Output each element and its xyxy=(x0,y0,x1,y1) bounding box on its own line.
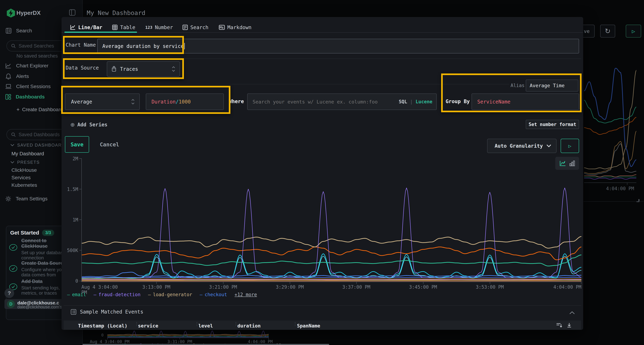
sidebar-item-services[interactable]: Services xyxy=(12,175,30,181)
get-started-item[interactable]: Add Data Start sending logs, metrics, or… xyxy=(9,279,67,296)
save-button[interactable]: Save xyxy=(65,136,89,153)
saved-dashboards-section-header[interactable]: SAVED DASHBOARDS xyxy=(10,143,68,148)
mini-chart-axis xyxy=(107,338,269,338)
highlight-series-expression xyxy=(61,86,230,114)
markdown-icon xyxy=(219,25,225,30)
get-started-title: Get Started xyxy=(10,230,39,236)
dashboards-icon xyxy=(5,94,11,100)
refresh-button[interactable]: ↻ xyxy=(600,25,615,37)
plus-circle-icon: ⊕ xyxy=(70,122,75,128)
help-button[interactable]: ? xyxy=(4,288,14,298)
tab-markdown[interactable]: Markdown xyxy=(219,23,252,31)
tab-track xyxy=(62,32,583,33)
language-toggle[interactable]: SQL | Lucene xyxy=(399,99,432,104)
check-circle-icon xyxy=(9,243,17,252)
run-query-button-top[interactable]: ▷ xyxy=(626,25,641,37)
add-series-button[interactable]: ⊕ Add Series xyxy=(70,122,108,128)
legend-item-email[interactable]: — email xyxy=(67,292,86,297)
laptop-icon xyxy=(5,84,12,89)
background-chart-tick-label: 4:04:00 PM xyxy=(606,186,634,191)
run-query-button[interactable]: ▷ xyxy=(561,139,579,153)
cancel-button[interactable]: Cancel xyxy=(96,136,123,153)
create-dashboard-button[interactable]: + Create Dashboard xyxy=(16,106,63,113)
legend-item-checkout[interactable]: — checkout xyxy=(200,292,227,297)
mini-chart-zero-label: 0 xyxy=(101,333,104,337)
column-header-service[interactable]: service xyxy=(138,323,158,329)
sort-icon[interactable] xyxy=(556,323,562,328)
chevron-down-icon xyxy=(10,161,14,164)
check-circle-icon xyxy=(9,264,17,273)
bell-icon xyxy=(6,73,11,79)
main-chart xyxy=(82,158,582,281)
legend-more-link[interactable]: +12 more xyxy=(234,292,257,297)
x-axis-tick-label: 3:21:00 PM xyxy=(202,284,244,290)
legend-item-fraud-detection[interactable]: — fraud-detection xyxy=(94,292,140,297)
column-resize-handle[interactable]: ⋮ xyxy=(234,321,238,329)
brand-name[interactable]: HyperDX xyxy=(16,10,40,16)
refresh-icon: ↻ xyxy=(605,27,610,35)
download-icon[interactable] xyxy=(567,323,572,328)
hyperdx-logo-icon[interactable] xyxy=(6,8,16,18)
tab-number[interactable]: 123 Number xyxy=(145,23,173,31)
sidebar-item-clickhouse[interactable]: ClickHouse xyxy=(12,167,37,173)
y-axis-tick-label: 1.5M xyxy=(66,187,78,192)
tab-search[interactable]: Search xyxy=(182,23,208,31)
highlight-chart-name xyxy=(63,36,184,54)
sidebar-item-alerts[interactable]: Alerts xyxy=(6,73,29,79)
highlight-data-source xyxy=(63,58,184,79)
number-123-icon: 123 xyxy=(145,25,152,30)
tab-table[interactable]: Table xyxy=(112,23,135,31)
sidebar-item-search[interactable]: Search xyxy=(6,28,32,34)
column-header-level[interactable]: level xyxy=(198,323,213,329)
user-team: dale@clickhouse.com's xyxy=(17,305,62,310)
background-chart-tick xyxy=(627,183,627,185)
granularity-select[interactable]: Auto Granularity xyxy=(487,139,556,153)
y-axis-tick-label: 2M xyxy=(66,156,78,161)
sidebar-item-team-settings[interactable]: Team Settings xyxy=(5,196,48,202)
get-started-badge: 3/3 xyxy=(42,230,54,236)
column-header-duration[interactable]: duration xyxy=(238,323,261,329)
hyperdx-app: My New Dashboard ve ↻ ▷ 4:04:00 PM 0 Aug… xyxy=(0,0,644,345)
presets-section-header[interactable]: PRESETS xyxy=(10,160,40,165)
column-resize-handle[interactable]: ⋮ xyxy=(195,321,199,329)
sidebar-item-client-sessions[interactable]: Client Sessions xyxy=(5,84,51,89)
gear-icon xyxy=(5,196,11,202)
column-header-spanname[interactable]: SpanName xyxy=(297,323,320,329)
text-caret xyxy=(184,43,185,49)
search-list-icon xyxy=(182,25,188,30)
y-axis-tick-label: 500K xyxy=(66,248,78,253)
x-axis-tick-label: 3:45:00 PM xyxy=(402,284,444,290)
chart-legend: — email — fraud-detection — load-generat… xyxy=(67,292,257,297)
sample-events-table-header: Timestamp (Local) service level duration… xyxy=(64,321,581,330)
page-title: My New Dashboard xyxy=(87,9,146,16)
get-started-item[interactable]: Create Data Source Configure where your … xyxy=(9,261,67,278)
legend-dash: — xyxy=(94,292,96,297)
tab-line-bar[interactable]: Line/Bar xyxy=(70,23,102,31)
active-tab-underline xyxy=(64,32,137,33)
list-icon xyxy=(71,309,76,315)
where-label: Where xyxy=(229,98,244,104)
collapse-panel-icon[interactable] xyxy=(569,311,575,315)
column-resize-handle[interactable]: ⋮ xyxy=(293,321,298,329)
search-page-icon xyxy=(6,28,12,34)
legend-dash: — xyxy=(148,292,151,297)
set-number-format-button[interactable]: Set number format xyxy=(526,120,579,129)
sidebar-item-dashboards[interactable]: Dashboards xyxy=(5,94,45,100)
sidebar-item-kubernetes[interactable]: Kubernetes xyxy=(12,182,37,188)
chevron-down-icon xyxy=(546,144,551,147)
line-chart-icon xyxy=(70,24,76,30)
column-resize-handle[interactable]: ⋮ xyxy=(134,321,139,329)
background-dashboard-chart xyxy=(584,68,636,183)
table-icon xyxy=(112,24,118,30)
magnifier-icon xyxy=(11,44,16,48)
sidebar-item-chart-explorer[interactable]: Chart Explorer xyxy=(5,63,48,69)
legend-item-load-generator[interactable]: — load-generator xyxy=(148,292,192,297)
get-started-item[interactable]: Connect to ClickHouse Set up your databa… xyxy=(9,238,67,261)
sidebar-collapse-icon[interactable] xyxy=(69,9,76,16)
no-saved-searches-text: No saved searches xyxy=(16,53,58,59)
column-header-timestamp[interactable]: Timestamp (Local) xyxy=(78,323,127,329)
background-chart-axis xyxy=(584,183,636,183)
where-search-input[interactable]: SQL | Lucene xyxy=(247,93,437,110)
horizontal-scrollbar[interactable] xyxy=(82,344,329,345)
sidebar-item-my-dashboard[interactable]: My Dashboard xyxy=(12,151,44,157)
